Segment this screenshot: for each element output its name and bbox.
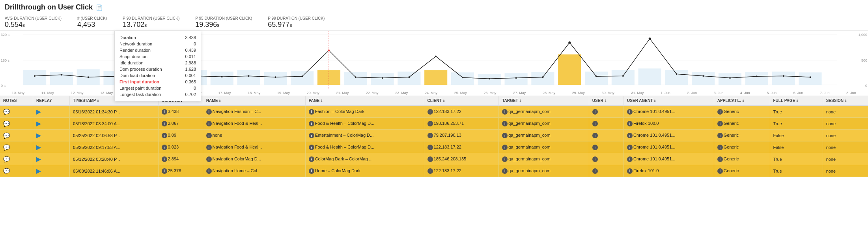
tooltip-label: Network duration [119,41,152,46]
info-icon: i [627,109,633,115]
td-duration: i3.438 [158,105,203,118]
replay-icon[interactable]: ▶ [36,120,41,127]
info-icon: i [206,109,212,115]
svg-rect-23 [558,55,581,85]
td-duration: i25.376 [158,165,203,177]
td-name: iNavigation Food & Heal... [203,141,305,153]
th-client[interactable]: CLIENT⇕ [424,96,499,105]
info-icon: i [627,121,633,126]
tooltip-value: 1.628 [185,67,196,72]
x-axis-label: 24. May [425,91,437,95]
page-value: Food & Health – ColorMag D... [315,121,374,126]
info-icon: i [502,145,508,150]
info-icon: i [162,133,167,138]
th-application[interactable]: APPLICATI...⇕ [714,96,770,105]
th-target[interactable]: TARGET⇕ [499,96,589,105]
info-icon: i [502,133,508,138]
tooltip-row: Largest paint duration 0 [119,85,196,91]
table-row[interactable]: 💬▶05/18/2022 08:34:00 A...i2.067iNavigat… [0,118,868,130]
svg-point-55 [622,75,624,77]
td-client: i79.207.190.13 [424,130,499,141]
th-full_page[interactable]: FULL PAGE⇕ [770,96,823,105]
th-user_agent[interactable]: USER AGENT⇕ [624,96,714,105]
table-row[interactable]: 💬▶06/08/2022 11:46:06 A...i25.376iNaviga… [0,165,868,177]
x-axis-label: 31. May [631,91,644,95]
notes-icon[interactable]: 💬 [3,109,10,115]
table-row[interactable]: 💬▶05/25/2022 02:06:58 P...i0.09inoneiEnt… [0,130,868,141]
x-axis-label: 22. May [366,91,378,95]
td-timestamp: 05/18/2022 08:34:00 A... [70,118,159,130]
notes-icon[interactable]: 💬 [3,132,10,139]
td-user: i [589,165,623,177]
notes-icon[interactable]: 💬 [3,168,10,174]
td-name: iNavigation Home – Col... [203,165,305,177]
td-user_agent: iChrome 101.0.4951... [624,153,714,165]
stat-label: P 95 Duration (User Click) [195,16,252,21]
td-target: iqa_germainapm_com [499,153,589,165]
name-value: Navigation Food & Heal... [213,145,262,149]
notes-icon[interactable]: 💬 [3,156,10,162]
timestamp-value: 05/16/2022 01:34:30 P... [73,109,120,114]
table-row[interactable]: 💬▶05/25/2022 09:17:53 A...i0.023iNavigat… [0,141,868,153]
user-agent-value: Firefox 101.0 [633,168,659,173]
svg-point-59 [729,77,731,79]
td-notes: 💬 [0,130,33,141]
td-application: iGeneric [714,118,770,130]
td-session: none [823,105,868,118]
td-replay: ▶ [33,130,70,141]
info-icon: i [309,121,314,126]
td-client: i185.246.208.135 [424,153,499,165]
td-full_page: True [770,105,823,118]
tooltip-label: Largest paint duration [119,86,161,90]
info-icon: i [206,156,212,162]
name-value: none [213,133,222,137]
td-replay: ▶ [33,105,70,118]
x-axis-label: 10. May [12,91,24,95]
application-value: Generic [724,109,739,114]
duration-value: 3.438 [168,109,179,114]
page-wrapper: Drillthrough on User Click 📄 Avg Duratio… [0,0,868,226]
info-icon: i [309,156,314,162]
replay-icon[interactable]: ▶ [36,132,41,139]
replay-icon[interactable]: ▶ [36,144,41,151]
td-user: i [589,105,623,118]
th-user[interactable]: USER⇕ [589,96,623,105]
table-row[interactable]: 💬▶05/12/2022 03:28:40 P...i2.894iNavigat… [0,153,868,165]
th-name[interactable]: NAME⇕ [203,96,305,105]
info-icon: i [502,156,508,162]
duration-value: 2.894 [168,156,179,161]
td-timestamp: 05/25/2022 09:17:53 A... [70,141,159,153]
replay-icon[interactable]: ▶ [36,168,41,174]
session-value: none [826,109,836,114]
application-value: Generic [724,168,739,173]
td-timestamp: 05/25/2022 02:06:58 P... [70,130,159,141]
tooltip-label: Longest task duration [119,92,161,97]
svg-rect-16 [371,73,394,85]
replay-icon[interactable]: ▶ [36,156,41,162]
session-value: none [826,145,836,150]
info-icon: i [162,121,167,126]
td-timestamp: 06/08/2022 11:46:06 A... [70,165,159,177]
svg-point-54 [595,75,597,77]
notes-icon[interactable]: 💬 [3,144,10,151]
th-page[interactable]: PAGE⇕ [305,96,424,105]
tooltip-row: Dom process duration 1.628 [119,66,196,72]
name-value: Navigation ColorMag D... [213,156,261,161]
th-session[interactable]: SESSION⇕ [823,96,868,105]
replay-icon[interactable]: ▶ [36,108,41,115]
name-value: Navigation Fashion – C... [213,109,261,114]
stat-item: # (User Click) 4,453 [77,16,107,29]
info-icon: i [627,156,633,162]
td-page: iFood & Health – ColorMag D... [305,118,424,130]
td-notes: 💬 [0,105,33,118]
chart-y-labels-left: 320 s 160 s 0 s [0,31,12,90]
stat-label: P 99 Duration (User Click) [268,16,325,21]
full-page-value: True [773,109,782,114]
sort-icon: ⇕ [796,99,799,103]
target-value: qa_germainapm_com [508,145,550,149]
info-icon: i [206,121,212,126]
table-row[interactable]: 💬▶05/16/2022 01:34:30 P...i3.438iNavigat… [0,105,868,118]
notes-icon[interactable]: 💬 [3,121,10,127]
td-replay: ▶ [33,141,70,153]
svg-point-50 [489,78,490,79]
